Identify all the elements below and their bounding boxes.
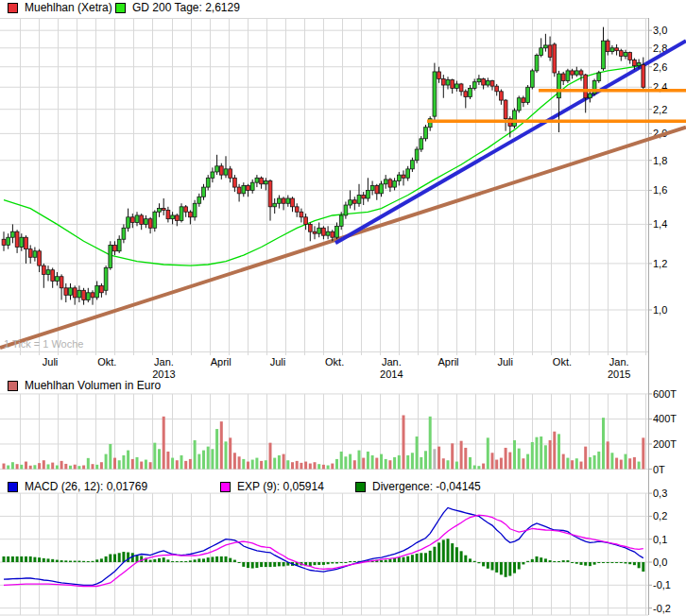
volume-bar [610,453,613,469]
divergence-bar [202,558,205,562]
volume-bar [225,441,228,469]
volume-bar [47,464,50,469]
stock-chart-window: 3,02,82,62,42,22,01,81,61,41,21,0600T400… [0,0,686,616]
volume-bar [642,437,644,469]
divergence-bar [69,561,72,562]
volume-bar [273,458,276,470]
divergence-bar [380,560,383,562]
volume-bar [584,447,587,470]
volume-bar [317,464,320,469]
volume-bar [82,466,85,470]
volume-bar [469,457,472,470]
volume-bar [398,455,401,470]
volume-bar [416,436,419,469]
volume-bar [371,455,374,470]
candle [513,108,517,128]
volume-bar [544,445,547,469]
divergence-bar [553,561,556,562]
candle [535,54,539,73]
svg-text:Juli: Juli [270,356,286,368]
volume-bar [540,436,542,469]
legend-divergence: Divergence: -0,04145 [355,481,481,492]
divergence-bar [331,562,334,563]
divergence-bar [385,560,387,562]
volume-bar [433,449,436,469]
divergence-bar [56,560,59,562]
divergence-bar [60,560,63,562]
svg-text:1,6: 1,6 [653,184,667,196]
legend-stock: Muehlhan (Xetra) [8,2,112,13]
volume-bar [327,466,330,470]
divergence-bar [100,558,103,562]
divergence-bar [615,562,618,563]
volume-bar [358,451,361,470]
divergence-bar [522,562,524,564]
divergence-bar [513,562,516,573]
volume-bar [69,466,72,470]
divergence-bar [607,562,609,563]
divergence-bar [163,557,165,562]
divergence-bar [429,551,432,562]
divergence-bar [353,561,356,562]
divergence-bar [602,562,605,563]
divergence-bar [411,555,414,562]
volume-bar [260,461,263,470]
volume-bar [575,458,578,469]
volume-bar [447,460,450,469]
divergence-bar [477,562,480,563]
divergence-bar [460,551,463,562]
divergence-bar [105,556,108,562]
divergence-bar [153,559,156,562]
divergence-bar [625,562,627,563]
volume-bar [43,460,45,469]
divergence-bar [544,558,547,562]
divergence-bar [7,556,9,562]
svg-text:0,3: 0,3 [653,488,667,499]
divergence-bar [580,562,583,565]
volume-bar [180,455,183,470]
tick-unit-note: 1 Tick = 1 Woche [4,338,83,350]
volume-bar [211,449,214,469]
divergence-bar [238,562,241,563]
divergence-bar [149,560,152,562]
volume-bar [464,448,467,470]
volume-bar [602,418,605,469]
divergence-bar [416,554,419,562]
legend-exp: EXP (9): 0,05914 [220,481,324,492]
volume-bar [238,456,241,469]
svg-text:Okt.: Okt. [553,356,572,368]
volume-bar [77,466,80,469]
divergence-bar [518,562,521,570]
legend-divergence-label: Divergence: -0,04145 [372,480,481,493]
legend-stock-label: Muehlhan (Xetra) [25,1,112,14]
volume-bar [304,462,307,470]
svg-text:3,0: 3,0 [653,25,667,36]
divergence-bar [597,562,600,563]
volume-bar [482,464,485,470]
volume-bar [269,443,272,470]
divergence-bar [51,559,54,562]
svg-text:2,6: 2,6 [653,61,667,73]
volume-bar [109,444,111,470]
volume-bar [145,460,147,470]
divergence-bar [487,562,489,569]
exp-color-swatch-icon [220,482,231,492]
candle [526,85,530,105]
volume-bar [411,453,414,469]
divergence-bar [424,553,427,562]
volume-bar [189,459,192,470]
divergence-bar [638,562,641,568]
stock-color-swatch-icon [8,3,18,13]
divergence-bar [92,561,94,562]
volume-bar [406,455,409,470]
divergence-bar [451,543,454,562]
divergence-bar [109,554,111,562]
divergence-bar [233,560,236,562]
divergence-bar [3,556,6,562]
divergence-bar [225,556,228,562]
divergence-bar [317,562,320,565]
divergence-bar [269,562,272,567]
volume-bar [16,464,19,469]
svg-text:600T: 600T [653,388,677,400]
volume-bar [314,462,317,469]
